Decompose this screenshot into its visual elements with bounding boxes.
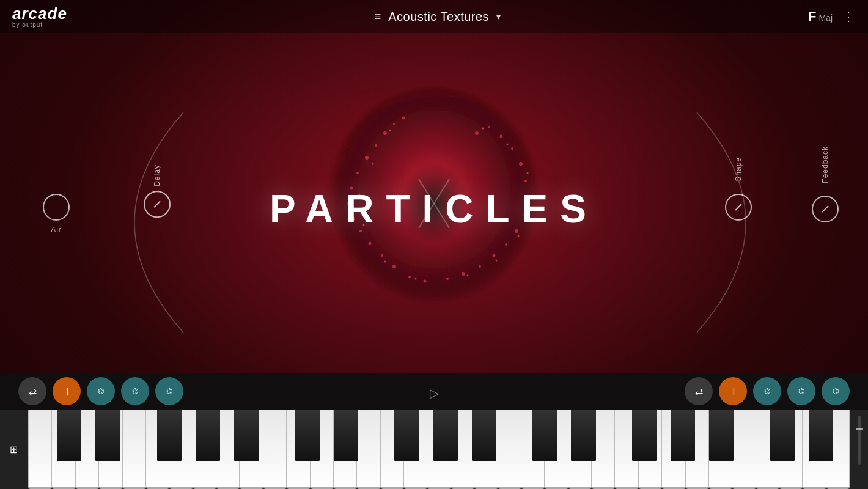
svg-point-4 (402, 117, 405, 120)
dna-icon-4: ⌬ (764, 387, 770, 395)
piano-key-black[interactable] (95, 410, 120, 461)
piano-key-black[interactable] (671, 410, 695, 461)
volume-handle[interactable] (856, 428, 863, 430)
svg-point-41 (518, 235, 520, 237)
piano-key-black[interactable] (394, 410, 419, 461)
svg-point-36 (415, 278, 417, 280)
logo: arcade by output (12, 6, 67, 28)
svg-point-21 (519, 162, 523, 166)
svg-point-13 (381, 254, 383, 257)
feedback-knob-group: Feedback (812, 146, 839, 222)
bars-button-1[interactable]: ||| (53, 377, 81, 405)
piano-key-white[interactable] (357, 410, 380, 489)
logo-arcade-text: arcade (12, 6, 67, 21)
svg-point-19 (500, 135, 503, 138)
piano-key-black[interactable] (472, 410, 496, 461)
piano-key-black[interactable] (809, 410, 833, 461)
left-arc-decoration (73, 94, 196, 351)
preset-name-label[interactable]: Acoustic Textures (388, 10, 489, 24)
piano-keyboard[interactable] (28, 410, 850, 489)
air-knob-group: Air (43, 194, 70, 234)
logo-byoutput-text: by output (12, 21, 43, 28)
delay-knob[interactable] (144, 191, 171, 218)
piano-settings-icon: ⊞ (10, 444, 18, 455)
svg-point-15 (408, 276, 411, 278)
right-arc-decoration (685, 94, 807, 351)
header: arcade by output ≡ Acoustic Textures ▾ F… (0, 0, 868, 33)
dna-button-4[interactable]: ⌬ (753, 377, 781, 405)
piano-key-white[interactable] (498, 410, 521, 489)
dna-icon-3: ⌬ (166, 387, 172, 395)
svg-point-31 (389, 130, 391, 131)
piano-key-black[interactable] (334, 410, 358, 461)
dna-button-2[interactable]: ⌬ (121, 377, 149, 405)
volume-slider[interactable] (858, 416, 861, 465)
reverse-icon-2: ⇄ (695, 386, 703, 397)
piano-key-black[interactable] (196, 410, 220, 461)
bars-button-2[interactable]: ||| (719, 377, 747, 405)
bottom-control-bar: ⇄ ||| ⌬ ⌬ ⌬ ⇄ ||| ⌬ ⌬ ⌬ (0, 373, 868, 410)
delay-knob-group: Delay (144, 164, 171, 218)
menu-dots-icon[interactable]: ⋮ (842, 9, 856, 24)
piano-key-black[interactable] (57, 410, 81, 461)
svg-point-30 (446, 278, 449, 280)
piano-key-black[interactable] (295, 410, 320, 461)
reverse-icon-1: ⇄ (29, 386, 37, 397)
dna-icon-6: ⌬ (833, 387, 839, 395)
delay-label: Delay (153, 164, 161, 186)
air-knob[interactable] (43, 194, 70, 221)
header-right: F Maj ⋮ (808, 9, 856, 24)
key-info: F Maj (808, 9, 833, 24)
svg-point-35 (384, 261, 386, 263)
reverse-button-2[interactable]: ⇄ (685, 377, 713, 405)
svg-point-16 (424, 280, 427, 283)
piano-key-white[interactable] (123, 410, 146, 489)
piano-key-black[interactable] (709, 410, 734, 461)
header-center: ≡ Acoustic Textures ▾ (375, 10, 501, 24)
reverse-button-1[interactable]: ⇄ (18, 377, 46, 405)
svg-point-7 (356, 172, 359, 174)
piano-key-black[interactable] (571, 410, 595, 461)
svg-point-6 (365, 156, 369, 160)
svg-point-17 (475, 131, 479, 135)
feedback-knob[interactable] (812, 196, 839, 222)
piano-key-black[interactable] (433, 410, 458, 461)
feedback-label: Feedback (821, 146, 829, 183)
preset-list-icon: ≡ (375, 10, 381, 23)
piano-settings-button[interactable]: ⊞ (0, 410, 28, 489)
piano-key-white[interactable] (732, 410, 756, 489)
shape-knob[interactable] (725, 194, 752, 221)
dna-button-1[interactable]: ⌬ (87, 377, 115, 405)
svg-point-22 (524, 180, 527, 182)
svg-point-42 (496, 260, 498, 262)
svg-point-43 (467, 275, 469, 277)
svg-point-27 (493, 254, 496, 257)
piano-key-white[interactable] (263, 410, 287, 489)
svg-point-28 (479, 265, 481, 268)
piano-key-black[interactable] (157, 410, 182, 461)
svg-point-26 (505, 243, 507, 246)
air-label: Air (51, 226, 62, 234)
piano-key-white[interactable] (28, 410, 52, 489)
svg-point-32 (372, 163, 374, 165)
piano-area: ⊞ (0, 410, 868, 489)
main-visual-area: PARTICLES Air Delay Shape Feedback (0, 33, 868, 410)
dna-button-5[interactable]: ⌬ (787, 377, 815, 405)
svg-point-5 (375, 144, 377, 147)
dna-button-3[interactable]: ⌬ (155, 377, 183, 405)
app-container: arcade by output ≡ Acoustic Textures ▾ F… (0, 0, 868, 489)
preset-dropdown-icon[interactable]: ▾ (496, 12, 501, 21)
svg-point-18 (488, 126, 490, 128)
piano-key-black[interactable] (632, 410, 657, 461)
piano-key-black[interactable] (234, 410, 259, 461)
svg-point-3 (393, 123, 395, 125)
svg-point-2 (383, 131, 387, 135)
piano-key-black[interactable] (770, 410, 795, 461)
dna-button-6[interactable]: ⌬ (822, 377, 850, 405)
piano-key-black[interactable] (532, 410, 557, 461)
svg-point-14 (392, 265, 396, 268)
shape-knob-group: Shape (725, 157, 752, 221)
dna-icon-5: ⌬ (798, 387, 804, 395)
svg-point-37 (482, 128, 484, 130)
particles-title: PARTICLES (270, 186, 598, 232)
